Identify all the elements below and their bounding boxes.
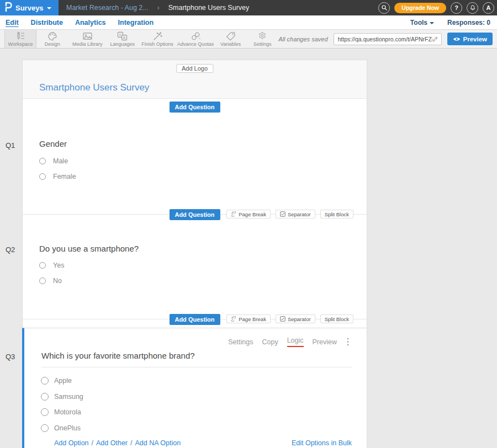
- option-label[interactable]: Male: [53, 157, 68, 165]
- option-row[interactable]: No: [39, 277, 62, 285]
- toolbar-item-settings[interactable]: Settings: [246, 30, 278, 48]
- add-logo-button[interactable]: Add Logo: [176, 64, 213, 73]
- question-menu-copy[interactable]: Copy: [262, 338, 278, 346]
- header-actions: Upgrade Now ? A: [378, 2, 497, 14]
- surveys-menu[interactable]: Surveys: [0, 0, 59, 15]
- add-question-button[interactable]: Add Question: [169, 209, 220, 220]
- page-break-icon: [231, 316, 236, 322]
- option-label[interactable]: No: [53, 277, 62, 285]
- toolbar-item-media-library[interactable]: Media Library: [68, 30, 107, 48]
- question-menu: Settings Copy Logic Preview: [228, 337, 350, 347]
- bell-icon: [469, 4, 476, 12]
- eye-icon: [453, 36, 461, 42]
- option-label[interactable]: Yes: [53, 262, 64, 269]
- finish-options-icon: [152, 31, 163, 41]
- settings-icon: [257, 31, 267, 41]
- option-row[interactable]: Yes: [39, 262, 64, 269]
- tab-analytics[interactable]: Analytics: [75, 19, 106, 26]
- toolbar-item-workspace[interactable]: Workspace: [4, 30, 36, 48]
- breadcrumb: Market Research - Aug 2... › Smartphone …: [66, 4, 249, 12]
- option-row[interactable]: Female: [39, 173, 76, 180]
- option-row[interactable]: Samsung: [41, 393, 83, 401]
- editor-toolbar: Workspace Design Media Library xA Langua…: [0, 30, 497, 49]
- tab-distribute[interactable]: Distribute: [31, 19, 63, 26]
- split-block-button[interactable]: Split Block: [320, 210, 353, 218]
- question-block-q3-selected[interactable]: Settings Copy Logic Preview Which is you…: [22, 328, 367, 448]
- option-row[interactable]: Apple: [41, 377, 72, 385]
- chevron-down-icon: [430, 22, 434, 24]
- option-label[interactable]: Motorola: [54, 408, 81, 416]
- chevron-down-icon: [47, 7, 51, 9]
- radio-button[interactable]: [39, 158, 46, 164]
- radio-button[interactable]: [39, 262, 46, 269]
- radio-button[interactable]: [41, 424, 49, 432]
- advance-quotas-icon: [191, 31, 201, 41]
- tools-menu[interactable]: Tools: [410, 19, 434, 26]
- checkbox-icon: [280, 316, 285, 322]
- option-actions: Add Option / Add Other / Add NA Option: [54, 439, 181, 447]
- tools-label: Tools: [410, 19, 427, 26]
- question-text-q2[interactable]: Do you use a smartphone?: [39, 244, 139, 253]
- option-row[interactable]: Male: [39, 157, 68, 165]
- toolbar-item-variables[interactable]: Variables: [215, 30, 247, 48]
- variables-icon: [225, 31, 236, 41]
- radio-button[interactable]: [41, 408, 49, 416]
- add-option-link[interactable]: Add Option: [54, 439, 89, 447]
- survey-url-input[interactable]: [338, 36, 432, 42]
- question-menu-settings[interactable]: Settings: [228, 338, 253, 346]
- search-button[interactable]: [378, 2, 390, 14]
- breadcrumb-folder[interactable]: Market Research - Aug 2...: [66, 4, 149, 12]
- design-icon: [47, 31, 57, 41]
- split-block-button[interactable]: Split Block: [320, 314, 353, 323]
- question-text-q1[interactable]: Gender: [39, 139, 67, 148]
- survey-title[interactable]: Smartphone Users Survey: [39, 82, 149, 93]
- edit-url-pencil-icon[interactable]: [432, 36, 438, 42]
- toolbar-item-label: Finish Options: [141, 41, 173, 47]
- option-label[interactable]: Female: [53, 173, 76, 180]
- notifications-button[interactable]: [467, 2, 478, 14]
- question-code-q3: Q3: [6, 353, 15, 361]
- tab-edit[interactable]: Edit: [6, 19, 19, 26]
- help-button[interactable]: ?: [451, 2, 462, 14]
- avatar[interactable]: A: [483, 2, 494, 14]
- toolbar-item-label: Design: [45, 41, 60, 47]
- nav-right: Tools Responses: 0: [410, 19, 491, 26]
- question-text-q3[interactable]: Which is your favorite smartphone brand?: [41, 351, 352, 367]
- preview-button[interactable]: Preview: [447, 33, 493, 45]
- add-question-button[interactable]: Add Question: [169, 314, 220, 325]
- separator-label: Separator: [288, 211, 311, 217]
- toolbar-item-design[interactable]: Design: [36, 30, 68, 48]
- add-na-option-link[interactable]: Add NA Option: [135, 439, 181, 447]
- add-other-link[interactable]: Add Other: [96, 439, 128, 447]
- radio-button[interactable]: [41, 393, 49, 401]
- radio-button[interactable]: [39, 173, 46, 180]
- option-label[interactable]: Apple: [54, 377, 72, 385]
- edit-options-in-bulk-link[interactable]: Edit Options in Bulk: [292, 439, 352, 447]
- page-break-label: Page Break: [239, 316, 266, 322]
- separator-button[interactable]: Separator: [276, 314, 315, 323]
- separator-label: Separator: [288, 316, 311, 322]
- question-menu-logic[interactable]: Logic: [287, 337, 304, 347]
- add-question-button[interactable]: Add Question: [169, 102, 220, 113]
- option-label[interactable]: OnePlus: [54, 424, 81, 432]
- toolbar-item-finish-options[interactable]: Finish Options: [139, 30, 177, 48]
- option-row[interactable]: Motorola: [41, 408, 81, 416]
- toolbar-item-label: Advance Quotas: [177, 41, 214, 47]
- nav-tabs: Edit Distribute Analytics Integration: [6, 19, 154, 26]
- upgrade-now-button[interactable]: Upgrade Now: [394, 3, 446, 13]
- radio-button[interactable]: [41, 377, 49, 385]
- option-row[interactable]: OnePlus: [41, 424, 81, 432]
- radio-button[interactable]: [39, 278, 46, 284]
- page-break-button[interactable]: Page Break: [226, 210, 271, 218]
- question-menu-preview[interactable]: Preview: [313, 338, 337, 346]
- option-label[interactable]: Samsung: [54, 393, 83, 401]
- toolbar-item-languages[interactable]: xA Languages: [107, 30, 139, 48]
- tab-integration[interactable]: Integration: [118, 19, 154, 26]
- toolbar-item-advance-quotas[interactable]: Advance Quotas: [177, 30, 215, 48]
- page-break-button[interactable]: Page Break: [226, 314, 271, 323]
- question-code-q1: Q1: [6, 141, 15, 150]
- page-break-label: Page Break: [239, 211, 266, 217]
- kebab-menu-icon[interactable]: [346, 338, 350, 346]
- separator-button[interactable]: Separator: [276, 210, 315, 218]
- svg-text:A: A: [123, 35, 126, 40]
